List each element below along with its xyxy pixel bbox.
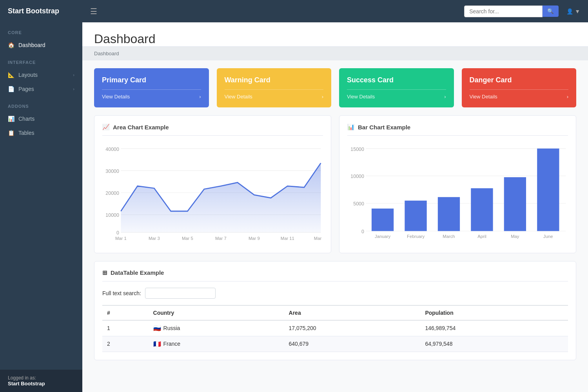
svg-text:40000: 40000 bbox=[105, 147, 119, 152]
svg-text:June: June bbox=[543, 234, 553, 239]
bar-june bbox=[537, 149, 559, 231]
sidebar-footer: Logged in as: Start Bootstrap bbox=[0, 370, 82, 392]
sidebar-item-label: Dashboard bbox=[18, 42, 45, 48]
cell-country: 🇫🇷France bbox=[149, 336, 284, 352]
area-chart-title: 📈 Area Chart Example bbox=[102, 123, 323, 136]
logged-in-username: Start Bootstrap bbox=[8, 381, 74, 387]
svg-text:10000: 10000 bbox=[105, 212, 119, 218]
cell-num: 2 bbox=[102, 336, 149, 352]
card-danger: Danger Card View Details › bbox=[462, 68, 577, 107]
sidebar-section-core: CORE bbox=[0, 22, 82, 38]
svg-text:January: January bbox=[375, 234, 390, 239]
card-warning: Warning Card View Details › bbox=[217, 68, 332, 107]
svg-text:20000: 20000 bbox=[105, 191, 119, 196]
tables-icon: 📋 bbox=[8, 130, 15, 136]
svg-text:March: March bbox=[443, 234, 455, 239]
bar-chart-card: 📊 Bar Chart Example 15000 10000 5000 0 bbox=[339, 115, 576, 253]
svg-text:April: April bbox=[477, 234, 486, 239]
card-danger-title: Danger Card bbox=[470, 76, 569, 84]
sidebar-item-pages[interactable]: 📄 Pages › bbox=[0, 82, 82, 96]
svg-text:May: May bbox=[511, 234, 519, 239]
svg-text:Mar 7: Mar 7 bbox=[215, 236, 227, 241]
svg-text:0: 0 bbox=[361, 229, 364, 234]
svg-text:Mar 1: Mar 1 bbox=[115, 236, 127, 241]
svg-text:10000: 10000 bbox=[350, 174, 364, 179]
sidebar-item-label: Pages bbox=[18, 86, 34, 92]
card-success: Success Card View Details › bbox=[339, 68, 454, 107]
bar-february bbox=[405, 201, 426, 231]
svg-text:Mar 3: Mar 3 bbox=[149, 236, 160, 241]
col-num: # bbox=[102, 305, 149, 320]
brand-title: Start Bootstrap bbox=[8, 7, 90, 15]
bar-april bbox=[471, 188, 493, 231]
svg-text:Mar 11: Mar 11 bbox=[281, 236, 294, 241]
chevron-right-icon: › bbox=[73, 73, 74, 77]
table-row: 2 🇫🇷France 640,679 64,979,548 bbox=[102, 336, 568, 352]
card-warning-link[interactable]: View Details › bbox=[225, 89, 324, 100]
svg-text:February: February bbox=[407, 234, 425, 239]
breadcrumb: Dashboard bbox=[82, 47, 588, 60]
col-country: Country bbox=[149, 305, 284, 320]
cell-area: 640,679 bbox=[284, 336, 421, 352]
sidebar-item-tables[interactable]: 📋 Tables bbox=[0, 126, 82, 140]
svg-text:Mar 9: Mar 9 bbox=[249, 236, 260, 241]
bar-may bbox=[504, 177, 526, 231]
cards-row: Primary Card View Details › Warning Card… bbox=[82, 60, 588, 115]
charts-icon: 📊 bbox=[8, 116, 15, 122]
card-danger-link[interactable]: View Details › bbox=[470, 89, 569, 100]
card-warning-title: Warning Card bbox=[225, 76, 324, 84]
datatable-title: ⊞ DataTable Example bbox=[102, 269, 568, 281]
sidebar-section-interface: INTERFACE bbox=[0, 52, 82, 68]
search-label: Full text search: bbox=[102, 290, 141, 296]
main-content: Dashboard Dashboard Primary Card View De… bbox=[82, 22, 588, 392]
data-table: # Country Area Population 1 🇷🇺Russia 17,… bbox=[102, 305, 568, 352]
card-success-link[interactable]: View Details › bbox=[347, 89, 446, 100]
chevron-right-icon: › bbox=[444, 94, 446, 100]
page-header: Dashboard bbox=[82, 22, 588, 47]
logged-in-label: Logged in as: bbox=[8, 375, 74, 381]
sidebar-item-label: Layouts bbox=[18, 72, 38, 78]
pages-icon: 📄 bbox=[8, 86, 15, 92]
card-primary-link[interactable]: View Details › bbox=[102, 89, 201, 100]
datatable-icon: ⊞ bbox=[102, 269, 107, 276]
svg-text:5000: 5000 bbox=[353, 201, 364, 207]
area-chart-card: 📈 Area Chart Example 40000 30000 20000 1… bbox=[94, 115, 331, 253]
svg-text:Mar 5: Mar 5 bbox=[182, 236, 193, 241]
chevron-right-icon: › bbox=[567, 94, 568, 100]
chevron-right-icon: › bbox=[73, 87, 74, 91]
svg-text:15000: 15000 bbox=[350, 147, 364, 152]
area-chart-icon: 📈 bbox=[102, 123, 110, 131]
bar-chart-title: 📊 Bar Chart Example bbox=[347, 123, 568, 136]
card-primary: Primary Card View Details › bbox=[94, 68, 209, 107]
sidebar-item-dashboard[interactable]: 🏠 Dashboard bbox=[0, 38, 82, 52]
user-menu[interactable]: 👤 ▼ bbox=[566, 8, 580, 15]
col-area: Area bbox=[284, 305, 421, 320]
search-input[interactable] bbox=[464, 5, 543, 17]
svg-text:Mar 13: Mar 13 bbox=[314, 236, 323, 241]
sidebar: CORE 🏠 Dashboard INTERFACE 📐 Layouts › 📄… bbox=[0, 22, 82, 392]
cell-num: 1 bbox=[102, 320, 149, 336]
area-chart-svg: 40000 30000 20000 10000 0 bbox=[102, 142, 323, 243]
bar-january bbox=[372, 209, 394, 231]
chevron-right-icon: › bbox=[322, 94, 323, 100]
svg-marker-10 bbox=[121, 163, 321, 232]
layouts-icon: 📐 bbox=[8, 72, 15, 78]
svg-text:0: 0 bbox=[116, 230, 119, 236]
search-button[interactable]: 🔍 bbox=[543, 5, 559, 17]
datatable-search-input[interactable] bbox=[145, 288, 216, 299]
chevron-right-icon: › bbox=[199, 94, 201, 100]
sidebar-section-addons: ADDONS bbox=[0, 96, 82, 112]
menu-toggle-icon[interactable]: ☰ bbox=[90, 7, 97, 16]
search-bar: 🔍 bbox=[464, 5, 559, 17]
dashboard-icon: 🏠 bbox=[8, 42, 15, 48]
col-population: Population bbox=[420, 305, 568, 320]
bar-chart-container: 15000 10000 5000 0 January bbox=[347, 142, 568, 245]
card-success-title: Success Card bbox=[347, 76, 446, 84]
topnav: Start Bootstrap ☰ 🔍 👤 ▼ bbox=[0, 0, 588, 22]
card-primary-title: Primary Card bbox=[102, 76, 201, 84]
sidebar-item-layouts[interactable]: 📐 Layouts › bbox=[0, 68, 82, 82]
cell-population: 146,989,754 bbox=[420, 320, 568, 336]
bar-march bbox=[438, 197, 460, 231]
sidebar-item-charts[interactable]: 📊 Charts bbox=[0, 112, 82, 126]
charts-row: 📈 Area Chart Example 40000 30000 20000 1… bbox=[82, 115, 588, 261]
